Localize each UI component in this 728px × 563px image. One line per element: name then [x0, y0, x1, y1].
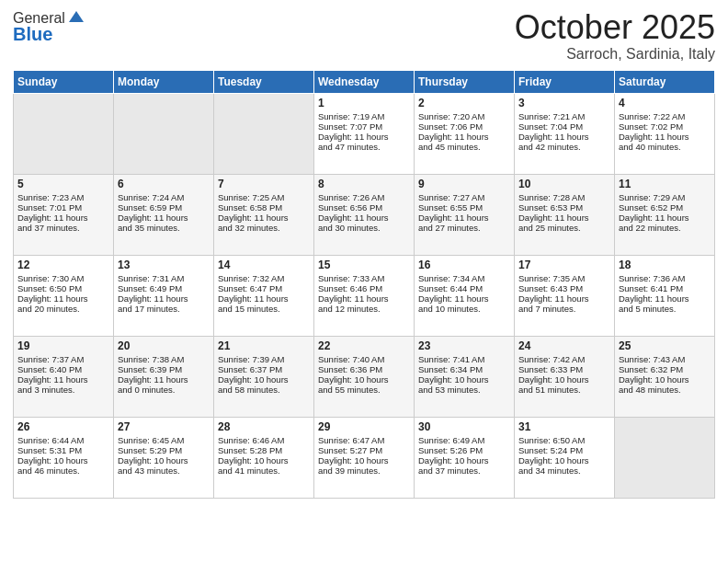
calendar-cell: 1Sunrise: 7:19 AMSunset: 7:07 PMDaylight…	[314, 93, 415, 174]
cell-info-line: and 40 minutes.	[619, 142, 711, 152]
cell-info-line: Daylight: 10 hours	[418, 455, 510, 465]
cell-info-line: Sunset: 6:49 PM	[118, 283, 210, 293]
calendar-cell: 29Sunrise: 6:47 AMSunset: 5:27 PMDayligh…	[314, 417, 415, 498]
calendar-cell: 12Sunrise: 7:30 AMSunset: 6:50 PMDayligh…	[14, 255, 114, 336]
calendar-cell: 23Sunrise: 7:41 AMSunset: 6:34 PMDayligh…	[415, 336, 515, 417]
svg-marker-0	[69, 11, 84, 22]
cell-info-line: Sunrise: 7:43 AM	[619, 354, 711, 364]
cell-info-line: Sunset: 6:32 PM	[619, 364, 711, 374]
day-number: 3	[518, 97, 610, 109]
cell-info-line: Sunset: 6:44 PM	[418, 283, 510, 293]
cell-info-line: Sunrise: 7:20 AM	[418, 111, 510, 121]
day-number: 24	[518, 339, 610, 352]
month-title: October 2025	[515, 9, 715, 46]
logo-blue-text: Blue	[13, 24, 52, 45]
cell-info-line: Sunrise: 6:47 AM	[318, 435, 410, 445]
cell-info-line: Sunset: 7:01 PM	[17, 202, 109, 213]
cell-info-line: and 0 minutes.	[118, 385, 210, 395]
calendar-cell: 9Sunrise: 7:27 AMSunset: 6:55 PMDaylight…	[415, 174, 515, 255]
cell-info-line: and 55 minutes.	[318, 385, 410, 395]
cell-info-line: Sunset: 6:47 PM	[218, 283, 310, 293]
cell-info-line: Sunset: 6:52 PM	[619, 202, 711, 213]
day-number: 31	[518, 420, 610, 433]
day-number: 15	[318, 259, 410, 271]
cell-info-line: Sunset: 5:26 PM	[418, 445, 510, 455]
cell-info-line: Sunrise: 7:37 AM	[17, 354, 109, 364]
cell-info-line: Sunrise: 7:28 AM	[518, 192, 610, 202]
cell-info-line: Sunset: 6:41 PM	[619, 283, 711, 293]
day-number: 1	[318, 97, 410, 109]
week-row-3: 12Sunrise: 7:30 AMSunset: 6:50 PMDayligh…	[14, 255, 715, 336]
weekday-header-thursday: Thursday	[415, 70, 515, 93]
day-number: 25	[619, 339, 711, 352]
day-number: 17	[518, 259, 610, 271]
day-number: 8	[318, 178, 410, 190]
day-number: 13	[118, 259, 210, 271]
weekday-header-wednesday: Wednesday	[314, 70, 415, 93]
cell-info-line: Daylight: 11 hours	[17, 293, 109, 304]
cell-info-line: Daylight: 10 hours	[518, 374, 610, 385]
calendar-cell: 3Sunrise: 7:21 AMSunset: 7:04 PMDaylight…	[515, 93, 615, 174]
cell-info-line: Daylight: 11 hours	[218, 213, 310, 223]
day-number: 10	[518, 178, 610, 190]
cell-info-line: Sunrise: 7:30 AM	[17, 273, 109, 283]
cell-info-line: Sunrise: 7:22 AM	[619, 111, 711, 121]
cell-info-line: Sunset: 7:02 PM	[619, 121, 711, 132]
cell-info-line: Sunrise: 6:45 AM	[118, 435, 210, 445]
weekday-header-friday: Friday	[515, 70, 615, 93]
cell-info-line: and 48 minutes.	[619, 385, 711, 395]
calendar-cell: 21Sunrise: 7:39 AMSunset: 6:37 PMDayligh…	[214, 336, 314, 417]
cell-info-line: and 34 minutes.	[518, 465, 610, 476]
week-row-4: 19Sunrise: 7:37 AMSunset: 6:40 PMDayligh…	[14, 336, 715, 417]
logo: General Blue	[13, 9, 85, 45]
cell-info-line: Sunset: 6:56 PM	[318, 202, 410, 213]
title-block: October 2025 Sarroch, Sardinia, Italy	[515, 9, 715, 63]
cell-info-line: Daylight: 11 hours	[17, 374, 109, 385]
cell-info-line: Sunset: 6:34 PM	[418, 364, 510, 374]
cell-info-line: Daylight: 11 hours	[118, 293, 210, 304]
calendar-cell: 22Sunrise: 7:40 AMSunset: 6:36 PMDayligh…	[314, 336, 415, 417]
cell-info-line: Sunset: 6:53 PM	[518, 202, 610, 213]
cell-info-line: and 12 minutes.	[318, 304, 410, 314]
cell-info-line: Sunset: 5:27 PM	[318, 445, 410, 455]
day-number: 20	[118, 339, 210, 352]
cell-info-line: and 5 minutes.	[619, 304, 711, 314]
calendar-cell	[615, 417, 715, 498]
cell-info-line: Sunset: 5:29 PM	[118, 445, 210, 455]
cell-info-line: and 17 minutes.	[118, 304, 210, 314]
weekday-header-saturday: Saturday	[615, 70, 715, 93]
day-number: 18	[619, 259, 711, 271]
header: General Blue October 2025 Sarroch, Sardi…	[13, 9, 715, 63]
cell-info-line: and 20 minutes.	[17, 304, 109, 314]
cell-info-line: Daylight: 11 hours	[518, 213, 610, 223]
cell-info-line: Sunrise: 7:29 AM	[619, 192, 711, 202]
cell-info-line: and 43 minutes.	[118, 465, 210, 476]
weekday-header-tuesday: Tuesday	[214, 70, 314, 93]
calendar-cell: 4Sunrise: 7:22 AMSunset: 7:02 PMDaylight…	[615, 93, 715, 174]
cell-info-line: Sunrise: 7:27 AM	[418, 192, 510, 202]
cell-info-line: and 3 minutes.	[17, 385, 109, 395]
week-row-5: 26Sunrise: 6:44 AMSunset: 5:31 PMDayligh…	[14, 417, 715, 498]
weekday-header-row: SundayMondayTuesdayWednesdayThursdayFrid…	[14, 70, 715, 93]
cell-info-line: Sunrise: 7:36 AM	[619, 273, 711, 283]
cell-info-line: Sunrise: 7:26 AM	[318, 192, 410, 202]
calendar-cell: 30Sunrise: 6:49 AMSunset: 5:26 PMDayligh…	[415, 417, 515, 498]
day-number: 9	[418, 178, 510, 190]
calendar-cell: 11Sunrise: 7:29 AMSunset: 6:52 PMDayligh…	[615, 174, 715, 255]
calendar-cell: 13Sunrise: 7:31 AMSunset: 6:49 PMDayligh…	[114, 255, 214, 336]
cell-info-line: Sunset: 5:31 PM	[17, 445, 109, 455]
day-number: 28	[218, 420, 310, 433]
day-number: 12	[17, 259, 109, 271]
calendar-cell: 2Sunrise: 7:20 AMSunset: 7:06 PMDaylight…	[415, 93, 515, 174]
cell-info-line: and 27 minutes.	[418, 223, 510, 233]
cell-info-line: Daylight: 10 hours	[518, 455, 610, 465]
cell-info-line: and 45 minutes.	[418, 142, 510, 152]
cell-info-line: Daylight: 10 hours	[118, 455, 210, 465]
cell-info-line: Sunset: 5:28 PM	[218, 445, 310, 455]
day-number: 29	[318, 420, 410, 433]
day-number: 16	[418, 259, 510, 271]
day-number: 6	[118, 178, 210, 190]
calendar-cell: 7Sunrise: 7:25 AMSunset: 6:58 PMDaylight…	[214, 174, 314, 255]
cell-info-line: Daylight: 11 hours	[118, 213, 210, 223]
calendar-cell: 25Sunrise: 7:43 AMSunset: 6:32 PMDayligh…	[615, 336, 715, 417]
